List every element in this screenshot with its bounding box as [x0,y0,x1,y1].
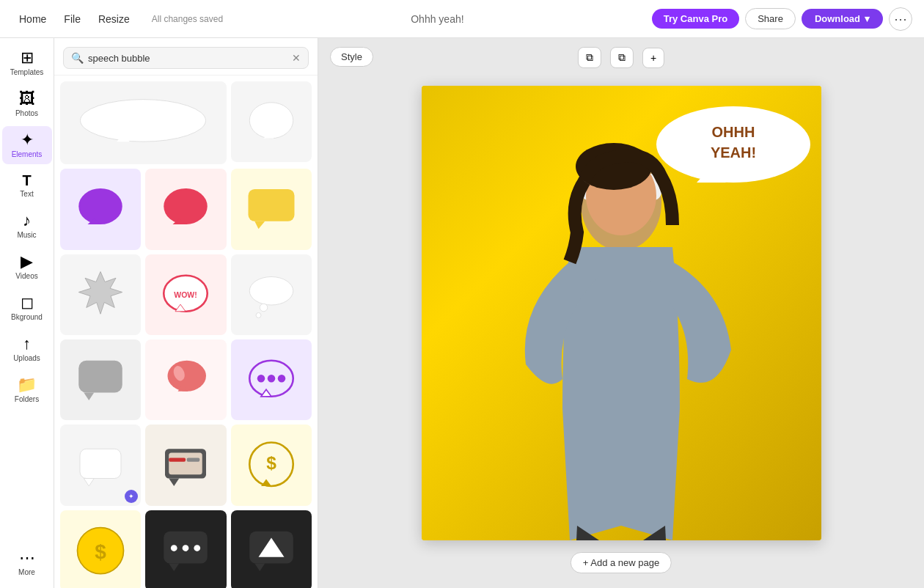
grid-item-dark-mountain[interactable] [231,510,312,588]
home-button[interactable]: Home [12,9,54,29]
canvas-photo: OHHH YEAH! [422,86,821,540]
svg-rect-30 [169,452,203,474]
canvas-area: Style ⧉ ⧉ + [318,38,924,588]
svg-point-24 [257,375,265,383]
sidebar-item-music[interactable]: ♪ Music [2,207,52,245]
sidebar-item-photos[interactable]: 🖼 Photos [2,85,52,123]
svg-point-6 [164,188,208,224]
sidebar-item-text[interactable]: T Text [2,167,52,204]
svg-rect-8 [248,189,294,221]
folders-icon: 📁 [17,377,37,393]
svg-marker-33 [169,478,180,486]
photos-icon: 🖼 [19,91,35,107]
svg-rect-32 [187,457,200,461]
top-bar: Home File Resize All changes saved Ohhh … [0,0,924,38]
canvas-container: OHHH YEAH! [422,86,821,540]
grid-item-grey-square[interactable] [60,339,141,420]
text-icon: T [22,173,31,188]
sidebar-label-music: Music [17,231,36,239]
svg-text:$: $ [266,453,276,473]
svg-text:YEAH!: YEAH! [710,144,755,161]
svg-marker-28 [84,478,94,486]
grid-item-yellow-dollar[interactable]: $ [60,510,141,588]
svg-point-4 [78,188,122,224]
panel-content: WOW! [54,76,318,588]
svg-text:OHHH: OHHH [711,124,755,140]
grid-item-yellow[interactable] [231,169,312,249]
svg-point-19 [168,361,207,392]
left-sidebar: ⊞ Templates 🖼 Photos ✦ Elements T Text ♪… [0,38,54,588]
bottom-canvas-bar: + Add a new page [571,552,672,573]
svg-marker-18 [84,393,94,401]
music-icon: ♪ [23,213,31,229]
svg-point-15 [260,304,268,312]
sidebar-label-bkground: Bkground [11,313,43,321]
svg-text:WOW!: WOW! [175,290,198,298]
resize-button[interactable]: Resize [91,9,137,29]
grid-item-oval[interactable] [231,254,312,335]
grid-item-2[interactable] [231,81,312,162]
svg-rect-27 [80,449,121,478]
grid-item-wow[interactable]: WOW! [145,254,226,335]
grid-item-white-chat[interactable]: ✦ [60,425,141,505]
elements-icon: ✦ [21,132,34,148]
grid-item-spiky[interactable] [60,254,141,335]
search-input[interactable] [88,53,292,64]
try-canva-pro-button[interactable]: Try Canva Pro [652,9,739,29]
grid-item-gold-dollar[interactable]: $ [231,425,312,505]
add-icon-btn[interactable]: + [642,48,664,68]
sidebar-item-videos[interactable]: ▶ Videos [2,248,52,286]
sidebar-label-more: More [18,568,35,576]
sidebar-item-elements[interactable]: ✦ Elements [2,126,52,164]
svg-point-26 [278,375,286,383]
duplicate-icon-btn[interactable]: ⧉ [610,47,634,68]
grid-item-purple-dots[interactable] [231,339,312,420]
main-layout: ⊞ Templates 🖼 Photos ✦ Elements T Text ♪… [0,38,924,588]
svg-point-43 [194,545,201,551]
top-bar-right: Try Canva Pro Share Download ▾ ⋯ [652,7,912,31]
nav-buttons: Home File Resize [12,9,137,29]
grid-item-1[interactable] [60,81,227,164]
design-title: Ohhh yeah! [232,13,643,25]
grid-item-purple[interactable] [60,169,141,249]
svg-marker-35 [261,479,271,486]
sidebar-item-folders[interactable]: 📁 Folders [2,371,52,409]
sidebar-label-videos: Videos [15,272,37,280]
canvas-top-toolbar: ⧉ ⧉ + [578,47,664,68]
svg-point-25 [268,375,276,383]
clear-search-icon[interactable]: ✕ [292,52,301,64]
sidebar-item-bkground[interactable]: ◻ Bkground [2,289,52,327]
svg-text:$: $ [95,540,106,562]
download-button[interactable]: Download ▾ [802,9,883,29]
grid-item-pink-figure[interactable] [145,339,226,420]
grid-item-red[interactable] [145,169,226,249]
svg-marker-45 [254,563,265,571]
share-button[interactable]: Share [745,8,796,29]
svg-point-42 [183,545,189,551]
more-options-button[interactable]: ⋯ [889,7,912,31]
templates-icon: ⊞ [21,50,34,66]
speech-bubbles-grid: WOW! [60,81,312,588]
sidebar-item-more[interactable]: ⋯ More [2,544,52,582]
bkground-icon: ◻ [21,295,34,311]
uploads-icon: ↑ [23,336,31,352]
sidebar-label-folders: Folders [15,395,39,403]
grid-item-dark-sticker[interactable] [145,425,226,505]
svg-marker-10 [78,271,122,314]
sidebar-label-photos: Photos [15,109,38,117]
more-icon: ⋯ [19,550,35,566]
sidebar-item-uploads[interactable]: ↑ Uploads [2,330,52,368]
file-button[interactable]: File [56,9,88,29]
grid-item-dark-dots[interactable] [145,510,226,588]
svg-marker-9 [254,221,265,229]
style-button[interactable]: Style [330,47,373,67]
elements-panel: 🔍 ✕ [54,38,318,588]
add-page-button[interactable]: + Add a new page [571,552,672,573]
canvas-speech-bubble[interactable]: OHHH YEAH! [653,100,814,203]
svg-marker-40 [169,563,180,571]
copy-icon-btn[interactable]: ⧉ [578,47,601,68]
svg-point-41 [171,545,177,551]
svg-point-0 [81,99,206,142]
search-icon: 🔍 [71,52,84,64]
sidebar-item-templates[interactable]: ⊞ Templates [2,44,52,82]
